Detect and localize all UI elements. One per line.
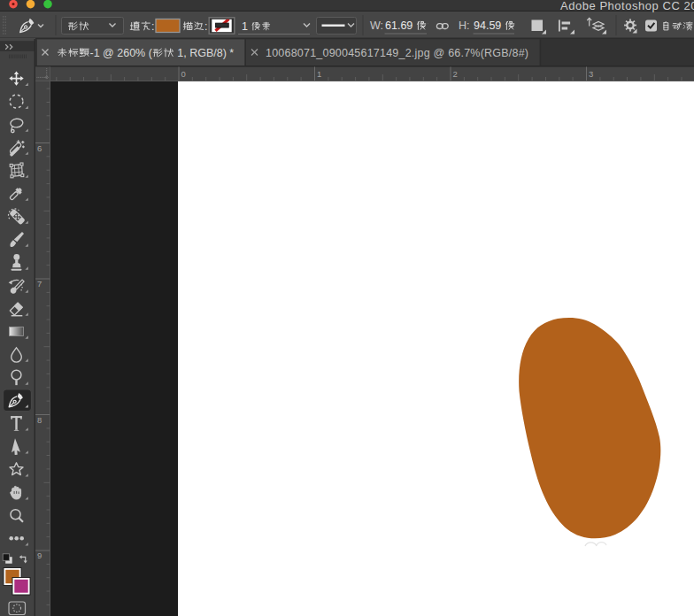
svg-text::: : [151,20,154,33]
svg-text::: : [204,20,207,33]
svg-text:H:: H: [459,19,470,32]
svg-text:0: 0 [181,69,186,79]
svg-text:8: 8 [37,415,42,425]
svg-text:7: 7 [37,279,42,289]
svg-text:94.59: 94.59 [474,19,505,32]
svg-text:W:: W: [370,19,383,32]
svg-text:-1 @ 260% (: -1 @ 260% ( [90,47,153,59]
svg-text:3: 3 [589,69,593,79]
svg-text:61.69: 61.69 [385,19,416,32]
svg-text:1, RGB/8) *: 1, RGB/8) * [174,47,235,59]
svg-text:1: 1 [317,69,321,79]
svg-text:6: 6 [37,143,42,153]
svg-text:9: 9 [37,551,42,560]
svg-text:1: 1 [242,20,251,33]
svg-text:Adobe Photoshop CC 2019: Adobe Photoshop CC 2019 [560,0,694,12]
svg-text:2: 2 [453,69,458,79]
svg-text:10068071_090045617149_2.jpg @: 10068071_090045617149_2.jpg @ 66.7%(RGB/… [266,47,528,59]
